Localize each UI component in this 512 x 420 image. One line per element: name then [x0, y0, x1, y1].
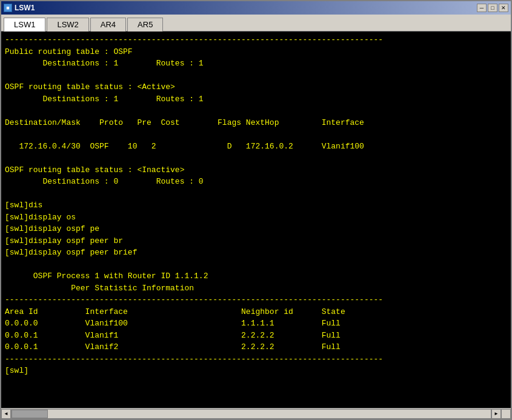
- terminal-container: ----------------------------------------…: [1, 32, 511, 408]
- title-bar-left: ■ LSW1: [4, 4, 35, 12]
- window-icon: ■: [4, 4, 12, 12]
- horizontal-scrollbar[interactable]: ◄ ►: [1, 409, 501, 419]
- title-bar: ■ LSW1 ─ □ ✕: [1, 1, 511, 15]
- window-title: LSW1: [15, 4, 35, 12]
- tab-ar5[interactable]: AR5: [127, 18, 163, 32]
- terminal-content[interactable]: ----------------------------------------…: [1, 32, 511, 408]
- tab-bar: LSW1 LSW2 AR4 AR5: [1, 15, 511, 32]
- minimize-button[interactable]: ─: [477, 4, 487, 12]
- main-window: ■ LSW1 ─ □ ✕ LSW1 LSW2 AR4 AR5 ---------…: [0, 0, 512, 420]
- close-button[interactable]: ✕: [499, 4, 508, 12]
- horizontal-scroll-track[interactable]: [11, 409, 491, 419]
- scroll-left-button[interactable]: ◄: [1, 409, 11, 419]
- horizontal-scroll-thumb[interactable]: [12, 410, 48, 418]
- tab-lsw2[interactable]: LSW2: [47, 18, 88, 32]
- maximize-button[interactable]: □: [488, 4, 497, 12]
- bottom-bar: ◄ ►: [1, 408, 511, 419]
- tab-ar4[interactable]: AR4: [90, 18, 126, 32]
- tab-lsw1[interactable]: LSW1: [4, 18, 45, 32]
- scroll-right-button[interactable]: ►: [491, 409, 501, 419]
- scrollbar-corner: [501, 409, 511, 419]
- title-bar-buttons: ─ □ ✕: [477, 4, 508, 12]
